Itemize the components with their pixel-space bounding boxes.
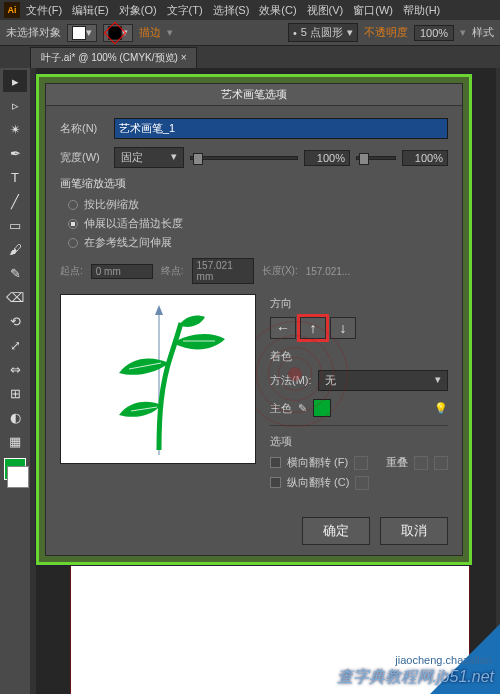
keycolor-label: 主色	[270, 401, 292, 416]
width-pct-1[interactable]: 100%	[304, 150, 350, 166]
gradient-tool[interactable]: ▦	[3, 430, 27, 452]
direct-selection-tool[interactable]: ▹	[3, 94, 27, 116]
menu-file[interactable]: 文件(F)	[22, 1, 66, 20]
type-tool[interactable]: T	[3, 166, 27, 188]
flip-h-checkbox[interactable]	[270, 457, 281, 468]
opacity-label[interactable]: 不透明度	[364, 25, 408, 40]
width-pct-2[interactable]: 100%	[402, 150, 448, 166]
radio-stretch-guides[interactable]: 在参考线之间伸展	[68, 235, 448, 250]
ok-button[interactable]: 确定	[302, 517, 370, 545]
pen-tool[interactable]: ✒	[3, 142, 27, 164]
method-label: 方法(M):	[270, 373, 312, 388]
stroke-color-well[interactable]	[7, 466, 29, 488]
noselection-label: 未选择对象	[6, 25, 61, 40]
end-input: 157.021 mm	[192, 258, 254, 284]
brush-preview	[60, 294, 256, 464]
cancel-button[interactable]: 取消	[380, 517, 448, 545]
menu-object[interactable]: 对象(O)	[115, 1, 161, 20]
start-input: 0 mm	[91, 264, 153, 279]
control-bar: 未选择对象 ▾ ▾ 描边 ▾ • 5 点圆形 ▾ 不透明度 100% ▾ 样式	[0, 20, 500, 46]
menu-view[interactable]: 视图(V)	[303, 1, 348, 20]
style-label[interactable]: 样式	[472, 25, 494, 40]
app-icon: Ai	[4, 2, 20, 18]
pencil-tool[interactable]: ✎	[3, 262, 27, 284]
menu-type[interactable]: 文字(T)	[163, 1, 207, 20]
paintbrush-tool[interactable]: 🖌	[3, 238, 27, 260]
tip-icon[interactable]: 💡	[434, 402, 448, 415]
name-input[interactable]: 艺术画笔_1	[114, 118, 448, 139]
flip-h-label: 横向翻转 (F)	[287, 455, 348, 470]
menu-help[interactable]: 帮助(H)	[399, 1, 444, 20]
svg-marker-1	[155, 305, 163, 315]
eraser-tool[interactable]: ⌫	[3, 286, 27, 308]
overlap-label: 重叠	[386, 455, 408, 470]
flip-h-icon	[354, 456, 368, 470]
flip-v-icon	[355, 476, 369, 490]
rotate-tool[interactable]: ⟲	[3, 310, 27, 332]
colorize-label: 着色	[270, 349, 448, 364]
dialog-title: 艺术画笔选项	[46, 84, 462, 106]
scale-tool[interactable]: ⤢	[3, 334, 27, 356]
menu-edit[interactable]: 编辑(E)	[68, 1, 113, 20]
menu-window[interactable]: 窗口(W)	[349, 1, 397, 20]
opacity-input[interactable]: 100%	[414, 25, 454, 41]
length-label: 长度(X):	[262, 264, 298, 278]
method-select[interactable]: 无▾	[318, 370, 448, 391]
toolbox: ▸ ▹ ✴ ✒ T ╱ ▭ 🖌 ✎ ⌫ ⟲ ⤢ ⇔ ⊞ ◐ ▦	[0, 68, 30, 694]
length-value: 157.021...	[306, 266, 350, 277]
watermark-sub: jiaocheng.chazidian	[395, 654, 492, 666]
flip-v-label: 纵向翻转 (C)	[287, 475, 349, 490]
width-tool[interactable]: ⇔	[3, 358, 27, 380]
radio-proportional[interactable]: 按比例缩放	[68, 197, 448, 212]
shape-builder-tool[interactable]: ◐	[3, 406, 27, 428]
stroke-label[interactable]: 描边	[139, 25, 161, 40]
menu-bar: Ai 文件(F) 编辑(E) 对象(O) 文字(T) 选择(S) 效果(C) 视…	[0, 0, 500, 20]
start-label: 起点:	[60, 264, 83, 278]
stroke-swatch[interactable]: ▾	[103, 24, 133, 42]
width-slider-2[interactable]	[356, 156, 396, 160]
line-tool[interactable]: ╱	[3, 190, 27, 212]
document-tab-strip: 叶子.ai* @ 100% (CMYK/预览) ×	[0, 46, 500, 68]
direction-up-button[interactable]: ↑	[300, 317, 326, 339]
free-transform-tool[interactable]: ⊞	[3, 382, 27, 404]
options-label: 选项	[270, 434, 448, 449]
direction-down-button[interactable]: ↓	[330, 317, 356, 339]
width-slider-1[interactable]	[190, 156, 298, 160]
name-label: 名称(N)	[60, 121, 108, 136]
overlap-btn-1[interactable]	[414, 456, 428, 470]
menu-select[interactable]: 选择(S)	[209, 1, 254, 20]
selection-tool[interactable]: ▸	[3, 70, 27, 92]
brush-preset-dropdown[interactable]: • 5 点圆形 ▾	[288, 23, 358, 42]
end-label: 终点:	[161, 264, 184, 278]
width-label: 宽度(W)	[60, 150, 108, 165]
magic-wand-tool[interactable]: ✴	[3, 118, 27, 140]
document-tab[interactable]: 叶子.ai* @ 100% (CMYK/预览) ×	[30, 47, 197, 68]
art-brush-options-dialog: 艺术画笔选项 名称(N) 艺术画笔_1 宽度(W) 固定▾ 100% 100% …	[36, 74, 472, 565]
overlap-btn-2[interactable]	[434, 456, 448, 470]
fill-swatch[interactable]: ▾	[67, 24, 97, 42]
rectangle-tool[interactable]: ▭	[3, 214, 27, 236]
scale-section-label: 画笔缩放选项	[60, 176, 448, 191]
menu-effect[interactable]: 效果(C)	[255, 1, 300, 20]
width-mode-select[interactable]: 固定▾	[114, 147, 184, 168]
flip-v-checkbox[interactable]	[270, 477, 281, 488]
direction-label: 方向	[270, 296, 448, 311]
watermark: 查字典教程网.jb51.net	[337, 667, 494, 688]
radio-stretch-fit[interactable]: 伸展以适合描边长度	[68, 216, 448, 231]
keycolor-swatch[interactable]	[313, 399, 331, 417]
workspace: ▸ ▹ ✴ ✒ T ╱ ▭ 🖌 ✎ ⌫ ⟲ ⤢ ⇔ ⊞ ◐ ▦ 艺术画笔选项 名…	[0, 68, 500, 694]
eyedropper-icon[interactable]: ✎	[298, 402, 307, 415]
direction-left-button[interactable]: ←	[270, 317, 296, 339]
